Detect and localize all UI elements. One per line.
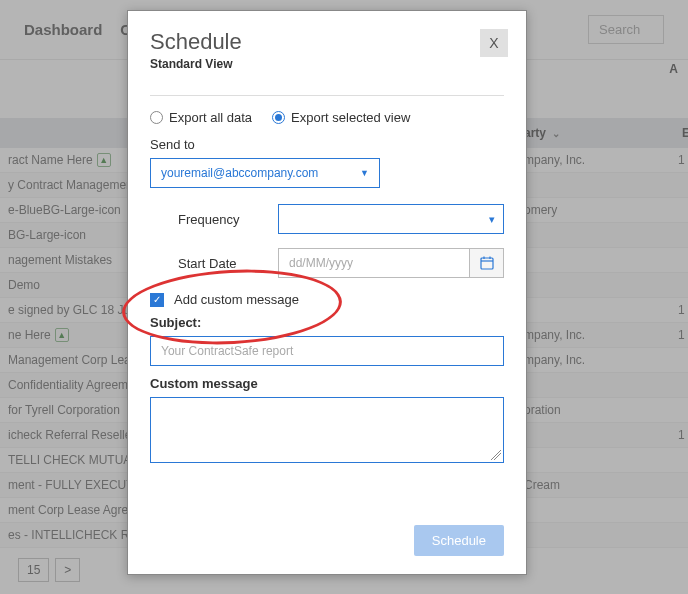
subject-input[interactable]: Your ContractSafe report (150, 336, 504, 366)
custom-message-label: Custom message (150, 376, 504, 391)
calendar-icon[interactable] (469, 249, 503, 277)
startdate-input[interactable]: dd/MM/yyyy (278, 248, 504, 278)
modal-subtitle: Standard View (150, 57, 504, 71)
sendto-value: youremail@abccompany.com (161, 166, 318, 180)
radio-all-label: Export all data (169, 110, 252, 125)
modal-title: Schedule (150, 29, 504, 55)
subject-placeholder-text: Your ContractSafe report (161, 344, 293, 358)
subject-label: Subject: (150, 315, 504, 330)
frequency-select[interactable]: ▾ (278, 204, 504, 234)
startdate-label: Start Date (178, 256, 268, 271)
radio-selected-label: Export selected view (291, 110, 410, 125)
frequency-label: Frequency (178, 212, 268, 227)
radio-icon (150, 111, 163, 124)
schedule-button[interactable]: Schedule (414, 525, 504, 556)
add-message-label: Add custom message (174, 292, 299, 307)
radio-icon (272, 111, 285, 124)
svg-rect-0 (481, 258, 493, 269)
radio-export-selected[interactable]: Export selected view (272, 110, 410, 125)
date-placeholder: dd/MM/yyyy (279, 249, 469, 277)
add-message-checkbox[interactable]: ✓ (150, 293, 164, 307)
sendto-label: Send to (150, 137, 504, 152)
schedule-modal: X Schedule Standard View Export all data… (127, 10, 527, 575)
radio-export-all[interactable]: Export all data (150, 110, 252, 125)
close-button[interactable]: X (480, 29, 508, 57)
sendto-select[interactable]: youremail@abccompany.com ▼ (150, 158, 380, 188)
chevron-down-icon: ▾ (489, 213, 495, 226)
caret-down-icon: ▼ (360, 168, 369, 178)
custom-message-textarea[interactable] (150, 397, 504, 463)
